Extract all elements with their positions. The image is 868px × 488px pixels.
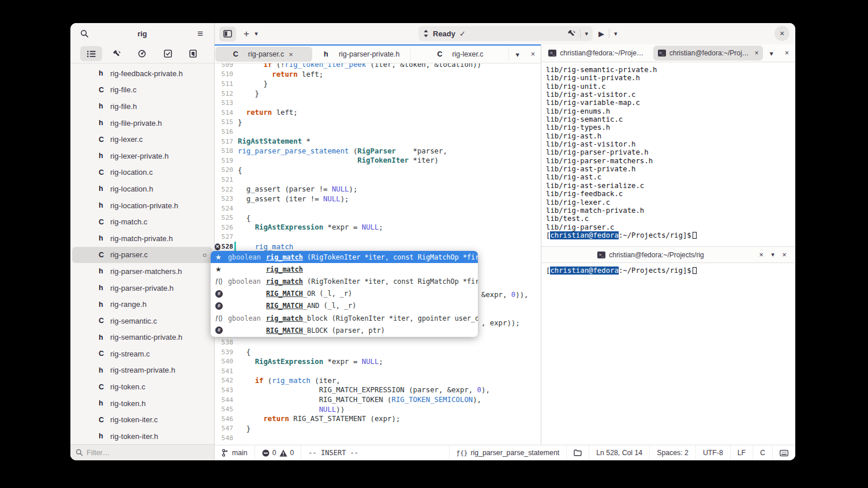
search-icon[interactable] [76, 27, 92, 42]
editor-tab[interactable]: Crig-parser.c× [215, 47, 312, 62]
completion-item[interactable]: #RIG_MATCH_AND (_l, _r) [211, 300, 478, 312]
code-line: 517RigAstStatement * [215, 137, 541, 147]
run-controls: ▶ ▾ [598, 26, 618, 41]
window-close-button[interactable]: × [775, 26, 790, 41]
file-item[interactable]: hrig-feedback-private.h [72, 65, 212, 82]
editor-tab[interactable]: Crig-lexer.c [412, 47, 510, 62]
build-button[interactable] [567, 29, 576, 37]
terminal-2-close-pane-icon[interactable]: × [779, 247, 790, 262]
file-item[interactable]: Crig-token-iter.c [72, 411, 212, 428]
macro-icon: # [215, 302, 228, 310]
omnibar[interactable]: Ready ✓ ▾ [418, 26, 593, 41]
menu-icon[interactable]: ≡ [192, 27, 208, 42]
new-tab-button[interactable]: + [241, 27, 252, 42]
file-list: hrig-feedback-private.hCrig-file.chrig-f… [70, 63, 214, 444]
tab-close-icon[interactable]: × [287, 50, 294, 59]
file-item[interactable]: hrig-file.h [72, 98, 212, 115]
project-tree-icon[interactable] [80, 46, 102, 61]
builder-window: rig ≡ hrig-feedback-private.hCrig-file.c… [70, 23, 795, 460]
code-line: 511 } [215, 79, 541, 89]
file-item[interactable]: hrig-range.h [72, 296, 212, 313]
indent-setting[interactable]: Spaces: 2 [649, 445, 695, 460]
file-item[interactable]: hrig-semantic-private.h [72, 329, 212, 346]
toggle-panel-icon[interactable] [219, 27, 236, 42]
terminal-2[interactable]: [christian@fedora:~/Projects/rig]$ [541, 263, 795, 445]
current-symbol[interactable]: ƒ{} rig_parser_parse_statement [449, 445, 567, 460]
terminal-icon: >_ [597, 251, 605, 258]
function-icon: ƒ{} [457, 449, 468, 457]
editor-tab-list-chevron-icon[interactable]: ▾ [510, 46, 525, 63]
file-item[interactable]: Crig-file.c [72, 82, 212, 99]
file-item[interactable]: hrig-parser-matchers.h [72, 263, 212, 280]
omnibar-separator [580, 29, 581, 38]
line-ending-setting[interactable]: LF [730, 445, 753, 460]
editor-tab[interactable]: hrig-parser-private.h [313, 47, 411, 62]
build-icon[interactable] [106, 46, 128, 61]
code-line: 509 if (!rig_token_iter_peek (iter, &tok… [215, 63, 541, 70]
new-tab-chevron-icon[interactable]: ▾ [252, 27, 260, 42]
terminal-1[interactable]: lib/rig-semantic-private.hlib/rig-unit-p… [541, 62, 795, 247]
file-item[interactable]: Crig-lexer.c [72, 131, 212, 148]
file-item[interactable]: Crig-match.c [72, 213, 212, 230]
sidebar-header: rig ≡ [70, 23, 214, 44]
language-setting[interactable]: C [753, 445, 772, 460]
code-line: 542 if (rig_match (iter, [215, 376, 541, 386]
code-line: 538 [215, 337, 541, 347]
file-item[interactable]: hrig-location.h [72, 181, 212, 197]
terminal-cursor [693, 267, 697, 274]
code-line: 544 RIG_MATCH_TOKEN (RIG_TOKEN_SEMICOLON… [215, 395, 541, 405]
bookmarks-icon[interactable] [182, 46, 204, 61]
terminal-tabbar-close-icon[interactable]: × [779, 44, 795, 62]
file-item[interactable]: hrig-match-private.h [72, 230, 212, 247]
file-item[interactable]: hrig-stream-private.h [72, 362, 212, 379]
file-item[interactable]: Crig-parser.c○ [72, 247, 212, 264]
file-item[interactable]: hrig-file-private.h [72, 115, 212, 132]
file-item[interactable]: Crig-semantic.c [72, 313, 212, 329]
file-item[interactable]: hrig-token-iter.h [72, 428, 212, 444]
terminal-tab[interactable]: >_christian@fedora:~/Projects/rig [542, 46, 652, 61]
completion-item[interactable]: ƒ{}gbooleanrig_match_block (RigTokenIter… [211, 312, 478, 324]
cursor-position[interactable]: Ln 528, Col 14 [589, 445, 649, 460]
completion-item[interactable]: ★rig_match [211, 263, 478, 275]
editor-pane: Crig-parser.c×hrig-parser-private.hCrig-… [215, 44, 541, 445]
keyboard-toggle[interactable] [772, 445, 795, 460]
editor-tabbar-close-icon[interactable]: × [525, 46, 541, 63]
code-line: ✕528 rig_match [215, 242, 541, 251]
completion-item[interactable]: ★gbooleanrig_match (RigTokenIter *iter, … [211, 251, 478, 263]
code-line: 515} [215, 118, 541, 127]
project-title: rig [96, 29, 189, 38]
file-item[interactable]: Crig-token.c [72, 378, 212, 395]
symbol-name: rig_parser_parse_statement [470, 449, 559, 457]
keyboard-icon [780, 450, 788, 456]
tab-close-icon[interactable]: × [754, 49, 758, 57]
terminal-tab-list-chevron-icon[interactable]: ▾ [764, 44, 779, 62]
diagnostics-icon[interactable] [131, 46, 153, 61]
terminal-tab[interactable]: >_christian@fedora:~/Projects× [653, 46, 764, 61]
file-item[interactable]: hrig-location-private.h [72, 197, 212, 214]
completion-item[interactable]: ƒ{}gbooleanrig_match (RigTokenIter *iter… [211, 275, 478, 287]
vim-mode: -- INSERT -- [301, 445, 365, 460]
file-item[interactable]: hrig-parser-private.h [72, 280, 212, 296]
todo-icon[interactable] [157, 46, 179, 61]
content-row: Crig-parser.c×hrig-parser-private.hCrig-… [215, 44, 795, 445]
encoding-setting[interactable]: UTF-8 [695, 445, 730, 460]
snippet-star-icon: ★ [215, 253, 228, 261]
errors-icon [262, 449, 270, 457]
file-item[interactable]: Crig-stream.c [72, 346, 212, 362]
branch-indicator[interactable]: main [215, 445, 255, 460]
build-options-chevron-icon[interactable]: ▾ [585, 30, 588, 37]
diagnostics-counts[interactable]: 0 0 [255, 445, 302, 460]
filter-input[interactable]: Filter… [70, 444, 214, 460]
file-item[interactable]: hrig-lexer-private.h [72, 148, 212, 164]
terminal-2-chevron-icon[interactable]: ▾ [767, 247, 779, 262]
code-line: 525 { [215, 213, 541, 223]
run-button[interactable]: ▶ [598, 29, 604, 38]
completion-item[interactable]: #RIG_MATCH_BLOCK (parser, ptr) [211, 324, 478, 336]
file-item[interactable]: Crig-location.c [72, 164, 212, 181]
project-folder-button[interactable] [566, 445, 589, 460]
terminal-2-close-tab-icon[interactable]: × [755, 247, 767, 262]
modified-indicator-icon: ○ [203, 251, 207, 259]
run-options-chevron-icon[interactable]: ▾ [614, 30, 618, 37]
completion-item[interactable]: #RIG_MATCH_OR (_l, _r) [211, 288, 478, 300]
file-item[interactable]: hrig-token.h [72, 395, 212, 412]
